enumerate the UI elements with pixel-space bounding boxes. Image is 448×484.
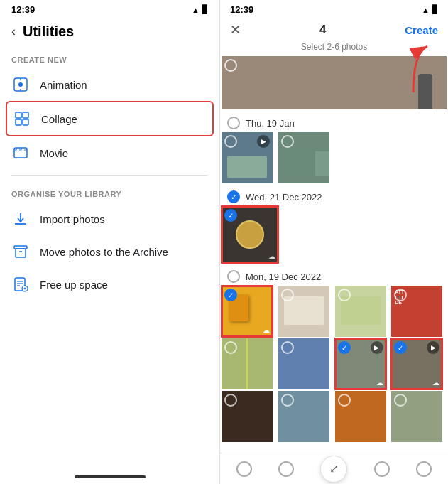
photo-check-coffee[interactable] — [224, 394, 237, 407]
date-label-thu: Thu, 19 Jan — [220, 111, 448, 132]
photo-check-clock[interactable]: ✓ — [224, 209, 237, 222]
battery-icon: ▊ — [202, 5, 208, 14]
photo-cell[interactable]: ▶ — [222, 132, 273, 183]
section-label-create: CREATE NEW — [0, 47, 219, 68]
photo-cell-tunnel[interactable] — [222, 338, 273, 389]
menu-item-import[interactable]: Import photos — [0, 203, 219, 235]
status-icons-left: ▲ ▊ — [192, 5, 208, 14]
date-checkbox-mon[interactable] — [227, 270, 240, 283]
menu-item-movie[interactable]: Movie — [0, 136, 219, 169]
video-icon: ▶ — [257, 135, 270, 148]
animation-icon — [11, 75, 30, 94]
status-icons-right: ▲ ▊ — [422, 5, 438, 14]
svg-rect-5 — [23, 112, 28, 118]
photo-cell-notes[interactable] — [335, 286, 386, 337]
right-top-nav: ✕ 4 Create — [220, 18, 448, 41]
photo-check[interactable] — [281, 135, 294, 148]
photo-cell-attitude[interactable]: ATTITUDE — [391, 286, 442, 337]
date-label-wed: ✓ Wed, 21 Dec 2022 — [220, 185, 448, 206]
menu-item-collage[interactable]: Collage — [6, 101, 214, 136]
date-checkbox-thu[interactable] — [227, 117, 240, 129]
right-panel: 12:39 ▲ ▊ ✕ 4 Create Select 2-6 photos — [220, 0, 448, 484]
photo-check-attitude[interactable] — [394, 289, 407, 301]
photo-cell-tunnel2[interactable]: ✓ ▶ ☁ — [335, 338, 386, 389]
tab-circle-1[interactable] — [236, 461, 252, 477]
photos-scroll[interactable]: Thu, 19 Jan ▶ ✓ Wed, 21 Dec 2022 — [220, 56, 448, 453]
section-label-organise: ORGANISE YOUR LIBRARY — [0, 181, 219, 203]
svg-point-1 — [18, 82, 23, 87]
photo-cell-more[interactable] — [391, 391, 442, 442]
archive-label: Move photos to the Archive — [40, 246, 168, 258]
photo-check-sunset[interactable] — [338, 394, 351, 407]
bottom-tabs: ⤢ — [220, 453, 448, 484]
photo-check-tunnel3[interactable]: ✓ — [394, 341, 407, 354]
import-icon — [11, 210, 30, 228]
freeup-icon — [11, 275, 30, 294]
selection-subtitle: Select 2-6 photos — [220, 41, 448, 56]
menu-item-animation[interactable]: Animation — [0, 68, 219, 101]
menu-item-freeup[interactable]: Free up space — [0, 268, 219, 301]
tab-circle-4[interactable] — [416, 461, 432, 477]
selection-count: 4 — [319, 23, 326, 37]
close-button[interactable]: ✕ — [230, 22, 241, 38]
svg-rect-4 — [16, 112, 21, 118]
back-button[interactable]: ‹ — [11, 24, 16, 39]
animation-label: Animation — [40, 79, 87, 91]
photo-check-tunnel2[interactable]: ✓ — [338, 341, 351, 354]
freeup-label: Free up space — [40, 279, 108, 291]
left-panel: 12:39 ▲ ▊ ‹ Utilities CREATE NEW Animati… — [0, 0, 220, 484]
photo-cell-clock[interactable]: ✓ ☁ — [222, 206, 278, 263]
status-bar-right: 12:39 ▲ ▊ — [220, 0, 448, 18]
photo-cell-book[interactable]: ✓ ☁ — [222, 286, 273, 337]
photo-cell[interactable] — [278, 132, 329, 183]
wifi-icon: ▲ — [192, 6, 200, 14]
photo-cell-blur[interactable] — [278, 338, 329, 389]
right-header: 12:39 ▲ ▊ ✕ 4 Create Select 2-6 photos — [220, 0, 448, 56]
tab-circle-3[interactable] — [374, 461, 390, 477]
create-button[interactable]: Create — [405, 24, 438, 36]
time-left: 12:39 — [11, 4, 35, 15]
photo-cell-paper[interactable] — [278, 286, 329, 337]
divider-1 — [11, 175, 208, 176]
collage-icon — [13, 109, 31, 128]
photo-check-notes[interactable] — [338, 289, 351, 301]
svg-rect-12 — [16, 249, 26, 257]
top-nav-left: ‹ Utilities — [0, 18, 219, 47]
status-bar-left: 12:39 ▲ ▊ — [0, 0, 219, 18]
battery-icon-right: ▊ — [432, 5, 438, 14]
photo-check-top[interactable] — [224, 59, 237, 72]
photo-check-tunnel[interactable] — [224, 341, 237, 354]
photo-check-paper[interactable] — [281, 289, 294, 301]
svg-rect-6 — [16, 119, 21, 125]
video-icon-2: ▶ — [371, 341, 383, 354]
date-checkbox-wed[interactable]: ✓ — [227, 190, 240, 203]
photo-check-book[interactable]: ✓ — [224, 289, 237, 301]
wifi-icon-right: ▲ — [422, 6, 430, 14]
movie-icon — [11, 144, 30, 162]
menu-item-archive[interactable]: Move photos to the Archive — [0, 235, 219, 268]
page-title: Utilities — [23, 23, 74, 40]
photo-check-road[interactable] — [281, 394, 294, 407]
photo-check-blur[interactable] — [281, 341, 294, 354]
archive-icon — [11, 242, 30, 261]
photo-cell-road[interactable] — [278, 391, 329, 442]
photo-cell-tunnel3[interactable]: ✓ ▶ ☁ — [391, 338, 442, 389]
date-label-mon: Mon, 19 Dec 2022 — [220, 264, 448, 286]
video-icon-3: ▶ — [427, 341, 439, 354]
time-right: 12:39 — [230, 4, 253, 15]
photo-check-more[interactable] — [394, 394, 407, 407]
home-indicator-left — [75, 475, 146, 478]
import-label: Import photos — [40, 213, 105, 225]
svg-rect-7 — [23, 119, 28, 125]
photo-cell-coffee[interactable] — [222, 391, 273, 442]
tab-circle-2[interactable] — [278, 461, 294, 477]
photo-cell-sunset[interactable] — [335, 391, 386, 442]
photo-check[interactable] — [224, 135, 237, 148]
movie-label: Movie — [40, 147, 68, 159]
expand-button[interactable]: ⤢ — [320, 456, 347, 483]
collage-label: Collage — [41, 113, 77, 125]
